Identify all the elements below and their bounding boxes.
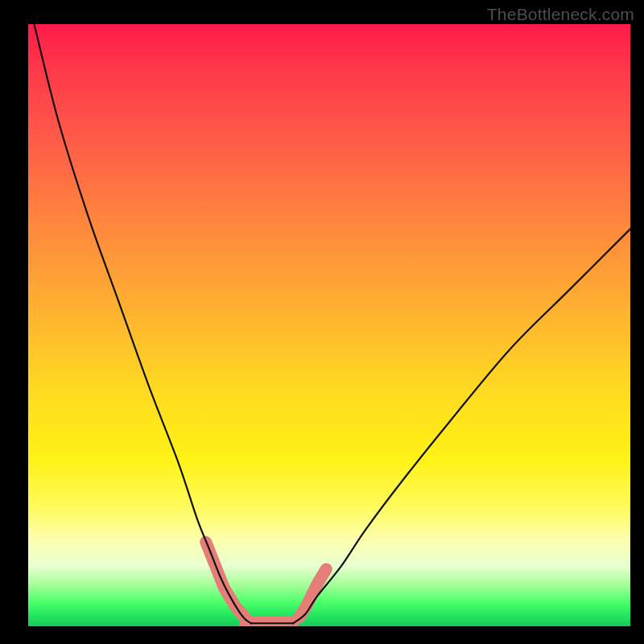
curve-layer	[28, 24, 630, 626]
series-right-curve	[293, 229, 630, 623]
watermark-label: TheBottleneck.com	[487, 5, 634, 24]
series-left-curve	[34, 24, 250, 623]
plot-area	[28, 24, 630, 626]
marker-band-right-thick-band	[299, 569, 327, 617]
chart-stage: TheBottleneck.com	[0, 0, 644, 644]
